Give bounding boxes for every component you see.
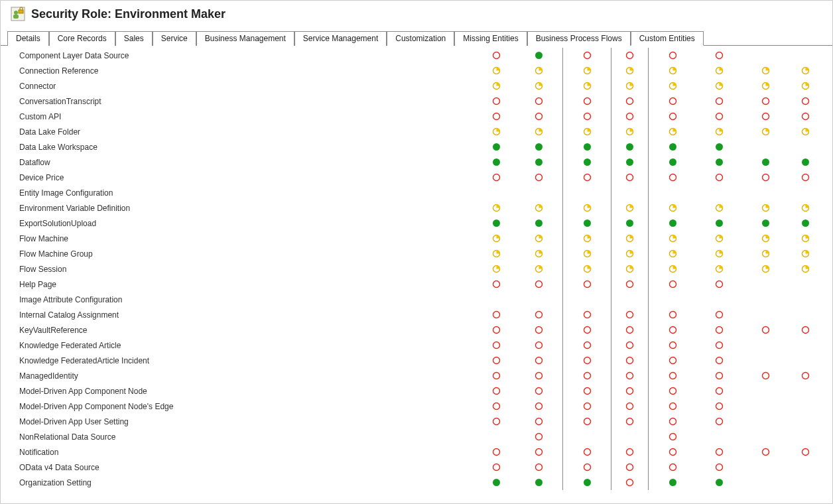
privilege-none-icon[interactable] [492, 310, 501, 319]
privilege-organization-icon[interactable] [492, 219, 501, 227]
privilege-cell[interactable] [478, 200, 515, 216]
privilege-organization-icon[interactable] [535, 51, 543, 60]
privilege-cell[interactable] [611, 170, 649, 185]
privilege-none-icon[interactable] [625, 402, 634, 410]
privilege-cell[interactable] [696, 48, 741, 63]
privilege-user-icon[interactable] [761, 249, 770, 258]
privilege-cell[interactable] [789, 200, 821, 216]
privilege-organization-icon[interactable] [492, 143, 501, 151]
privilege-none-icon[interactable] [669, 463, 677, 472]
privilege-none-icon[interactable] [625, 356, 634, 365]
privilege-none-icon[interactable] [801, 326, 810, 334]
privilege-cell[interactable] [478, 261, 515, 277]
privilege-none-icon[interactable] [583, 463, 592, 472]
privilege-cell[interactable] [562, 200, 611, 216]
privilege-cell[interactable] [649, 200, 696, 216]
privilege-none-icon[interactable] [535, 448, 543, 456]
privilege-user-icon[interactable] [715, 127, 724, 136]
privilege-cell[interactable] [515, 353, 562, 368]
privilege-none-icon[interactable] [625, 326, 634, 334]
privilege-cell[interactable] [562, 353, 611, 368]
privilege-user-icon[interactable] [801, 204, 810, 212]
privilege-cell[interactable] [789, 231, 821, 246]
privilege-cell[interactable] [741, 261, 789, 277]
privilege-none-icon[interactable] [669, 448, 677, 456]
privilege-none-icon[interactable] [625, 97, 634, 105]
privilege-none-icon[interactable] [801, 371, 810, 380]
privilege-none-icon[interactable] [583, 448, 592, 456]
privilege-none-icon[interactable] [715, 310, 724, 319]
privilege-none-icon[interactable] [669, 51, 677, 60]
privilege-cell[interactable] [649, 216, 696, 231]
privilege-cell[interactable] [515, 124, 562, 139]
privilege-cell[interactable] [649, 78, 696, 94]
privilege-user-icon[interactable] [492, 234, 501, 243]
privilege-user-icon[interactable] [535, 234, 543, 243]
privilege-user-icon[interactable] [715, 82, 724, 90]
privilege-cell[interactable] [515, 200, 562, 216]
privilege-cell[interactable] [741, 200, 789, 216]
privilege-none-icon[interactable] [715, 417, 724, 426]
privilege-cell[interactable] [478, 383, 515, 399]
privilege-none-icon[interactable] [492, 112, 501, 121]
privilege-user-icon[interactable] [625, 234, 634, 243]
privilege-cell[interactable] [696, 124, 741, 139]
privilege-cell[interactable] [478, 414, 515, 429]
privilege-none-icon[interactable] [535, 432, 543, 441]
tab-missing-entities[interactable]: Missing Entities [454, 31, 527, 46]
privilege-none-icon[interactable] [492, 417, 501, 426]
privilege-none-icon[interactable] [492, 371, 501, 380]
privilege-cell[interactable] [611, 353, 649, 368]
privilege-cell[interactable] [562, 338, 611, 353]
privilege-none-icon[interactable] [625, 280, 634, 288]
privilege-user-icon[interactable] [715, 66, 724, 75]
privilege-user-icon[interactable] [583, 66, 592, 75]
privilege-cell[interactable] [741, 246, 789, 261]
privilege-none-icon[interactable] [535, 402, 543, 410]
privilege-cell[interactable] [478, 368, 515, 383]
privilege-cell[interactable] [611, 444, 649, 460]
privilege-cell[interactable] [515, 444, 562, 460]
privilege-organization-icon[interactable] [715, 158, 724, 166]
privilege-user-icon[interactable] [761, 204, 770, 212]
privilege-cell[interactable] [515, 277, 562, 292]
privilege-user-icon[interactable] [715, 204, 724, 212]
tab-service-management[interactable]: Service Management [294, 31, 387, 46]
privilege-cell[interactable] [562, 78, 611, 94]
privilege-none-icon[interactable] [535, 371, 543, 380]
privilege-cell[interactable] [562, 307, 611, 322]
privilege-cell[interactable] [478, 322, 515, 338]
privilege-none-icon[interactable] [625, 478, 634, 487]
privilege-cell[interactable] [741, 216, 789, 231]
privilege-none-icon[interactable] [761, 371, 770, 380]
privilege-cell[interactable] [515, 475, 562, 490]
tab-customization[interactable]: Customization [387, 31, 454, 46]
privilege-cell[interactable] [515, 155, 562, 170]
privilege-cell[interactable] [649, 322, 696, 338]
privilege-user-icon[interactable] [535, 265, 543, 273]
privilege-none-icon[interactable] [801, 448, 810, 456]
privilege-none-icon[interactable] [535, 310, 543, 319]
privilege-cell[interactable] [696, 170, 741, 185]
privilege-cell[interactable] [696, 246, 741, 261]
privilege-organization-icon[interactable] [715, 143, 724, 151]
privilege-cell[interactable] [562, 109, 611, 124]
privilege-cell[interactable] [611, 399, 649, 414]
privilege-cell[interactable] [478, 63, 515, 78]
privilege-none-icon[interactable] [625, 448, 634, 456]
privilege-cell[interactable] [789, 261, 821, 277]
privilege-organization-icon[interactable] [625, 143, 634, 151]
privilege-none-icon[interactable] [761, 112, 770, 121]
privilege-none-icon[interactable] [715, 402, 724, 410]
privilege-none-icon[interactable] [625, 112, 634, 121]
privilege-none-icon[interactable] [625, 371, 634, 380]
privilege-none-icon[interactable] [492, 173, 501, 182]
privilege-none-icon[interactable] [669, 432, 677, 441]
privilege-cell[interactable] [515, 78, 562, 94]
privilege-none-icon[interactable] [715, 51, 724, 60]
privilege-cell[interactable] [478, 170, 515, 185]
privilege-cell[interactable] [696, 231, 741, 246]
privilege-cell[interactable] [611, 246, 649, 261]
tab-core-records[interactable]: Core Records [49, 31, 115, 46]
privilege-user-icon[interactable] [492, 249, 501, 258]
